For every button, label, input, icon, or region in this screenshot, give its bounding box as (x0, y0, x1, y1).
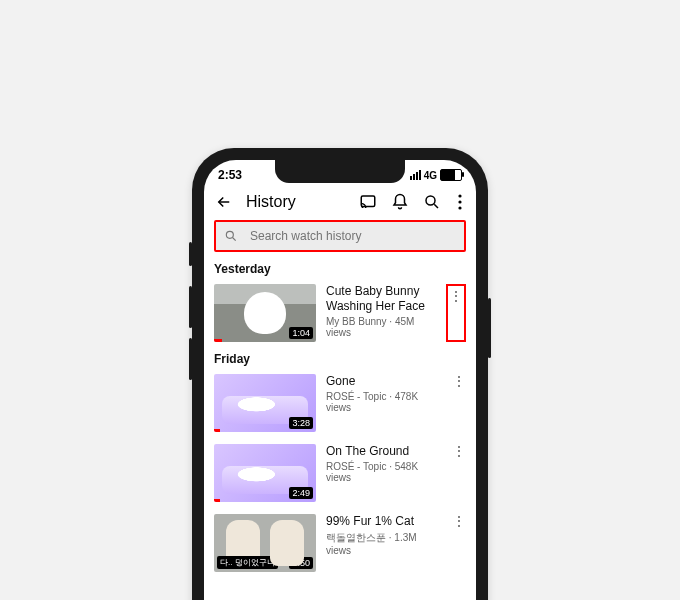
video-subtitle: ROSÉ - Topic · 478K views (326, 391, 442, 413)
mute-switch (189, 242, 192, 266)
more-icon[interactable]: ⋮ (452, 514, 466, 572)
app-header: History (204, 186, 476, 218)
search-icon (224, 229, 238, 243)
video-title: Gone (326, 374, 442, 389)
video-thumbnail[interactable]: 2:49 (214, 444, 316, 502)
progress-bar (214, 499, 220, 502)
volume-up (189, 286, 192, 328)
video-duration: 3:28 (289, 417, 313, 429)
svg-point-3 (458, 200, 461, 203)
history-list: Yesterday1:04Cute Baby Bunny Washing Her… (204, 258, 476, 578)
screen: 2:53 4G History (204, 160, 476, 600)
svg-point-1 (426, 196, 435, 205)
video-duration: 2:49 (289, 487, 313, 499)
video-subtitle: 랙돌열한스푼 · 1.3M views (326, 531, 442, 556)
network-label: 4G (424, 170, 437, 181)
volume-down (189, 338, 192, 380)
cast-icon[interactable] (358, 192, 378, 212)
more-icon[interactable]: ⋮ (452, 444, 466, 502)
svg-point-2 (458, 194, 461, 197)
video-row[interactable]: 3:28GoneROSÉ - Topic · 478K views⋮ (204, 368, 476, 438)
video-title: 99% Fur 1% Cat (326, 514, 442, 529)
section-header: Friday (204, 348, 476, 368)
phone-frame: 2:53 4G History (192, 148, 488, 600)
search-input[interactable] (248, 228, 456, 244)
video-meta: Cute Baby Bunny Washing Her FaceMy BB Bu… (326, 284, 436, 342)
video-meta: On The GroundROSÉ - Topic · 548K views (326, 444, 442, 502)
signal-icon (410, 170, 421, 180)
video-thumbnail[interactable]: 다.. 덩이었구니9:50 (214, 514, 316, 572)
video-thumbnail[interactable]: 1:04 (214, 284, 316, 342)
back-icon[interactable] (214, 192, 234, 212)
progress-bar (214, 339, 222, 342)
video-duration: 1:04 (289, 327, 313, 339)
more-icon[interactable]: ⋮ (452, 374, 466, 432)
svg-point-5 (226, 231, 233, 238)
video-meta: GoneROSÉ - Topic · 478K views (326, 374, 442, 432)
video-subtitle: My BB Bunny · 45M views (326, 316, 436, 338)
clock: 2:53 (218, 168, 242, 182)
progress-bar (214, 429, 220, 432)
video-title: On The Ground (326, 444, 442, 459)
video-duration: 9:50 (289, 557, 313, 569)
svg-point-4 (458, 206, 461, 209)
section-header: Yesterday (204, 258, 476, 278)
battery-icon (440, 169, 462, 181)
page-title: History (246, 193, 346, 211)
notch (275, 160, 405, 183)
video-row[interactable]: 1:04Cute Baby Bunny Washing Her FaceMy B… (204, 278, 476, 348)
search-history-field[interactable] (214, 220, 466, 252)
bell-icon[interactable] (390, 192, 410, 212)
svg-rect-0 (361, 196, 375, 207)
thumb-caption: 다.. 덩이었구니 (217, 556, 278, 569)
video-meta: 99% Fur 1% Cat랙돌열한스푼 · 1.3M views (326, 514, 442, 572)
video-thumbnail[interactable]: 3:28 (214, 374, 316, 432)
overflow-icon[interactable] (454, 192, 466, 212)
video-row[interactable]: 2:49On The GroundROSÉ - Topic · 548K vie… (204, 438, 476, 508)
search-icon[interactable] (422, 192, 442, 212)
video-subtitle: ROSÉ - Topic · 548K views (326, 461, 442, 483)
power-button (488, 298, 491, 358)
video-row[interactable]: 다.. 덩이었구니9:5099% Fur 1% Cat랙돌열한스푼 · 1.3M… (204, 508, 476, 578)
video-title: Cute Baby Bunny Washing Her Face (326, 284, 436, 314)
more-icon[interactable]: ⋮ (446, 284, 466, 342)
